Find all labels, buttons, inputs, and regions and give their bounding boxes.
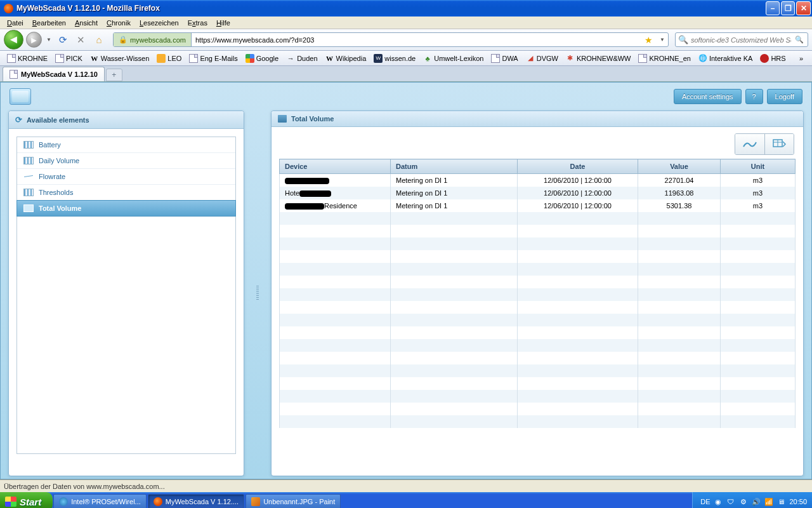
menu-chronik[interactable]: Chronik bbox=[102, 18, 135, 28]
table-row[interactable]: ResidenceMetering on DI 112/06/2010 | 12… bbox=[280, 199, 796, 212]
bookmark-wissen-de[interactable]: Wwissen.de bbox=[370, 53, 419, 64]
refresh-icon[interactable]: ⟳ bbox=[15, 115, 22, 124]
url-text: https://www.mywebscada.com/?d=203 bbox=[192, 36, 641, 44]
bookmark-interaktive-ka[interactable]: 🌐Interaktive KA bbox=[695, 53, 756, 64]
search-input[interactable] bbox=[691, 36, 791, 44]
tab-mywebscada[interactable]: MyWebScada V 1.12.10 bbox=[3, 67, 105, 81]
table-row[interactable]: HoteMetering on DI 112/06/2010 | 12:00:0… bbox=[280, 187, 796, 199]
search-go-button[interactable]: 🔍 bbox=[791, 36, 808, 44]
bookmark-star-icon[interactable]: ★ bbox=[641, 35, 657, 45]
data-table: Device Datum Date Value Unit Metering on… bbox=[279, 159, 796, 428]
volume-icon[interactable]: 🔊 bbox=[751, 497, 761, 507]
table-row-empty bbox=[280, 352, 796, 364]
site-identity-badge[interactable]: 🔒 mywebscada.com bbox=[114, 33, 192, 46]
wifi-icon[interactable]: 📶 bbox=[764, 497, 773, 507]
clock[interactable]: 20:50 bbox=[789, 498, 807, 505]
bookmark-wikipedia[interactable]: WWikipedia bbox=[322, 53, 370, 64]
bookmark-umwelt-lexikon[interactable]: ♣Umwelt-Lexikon bbox=[420, 53, 487, 64]
sidebar-item-daily-volume[interactable]: Daily Volume bbox=[17, 153, 235, 169]
bookmark-krohne[interactable]: KROHNE bbox=[4, 53, 51, 64]
sidebar-item-thresholds[interactable]: Thresholds bbox=[17, 185, 235, 201]
tray-icon-3[interactable]: ⚙ bbox=[738, 497, 748, 507]
intel-icon bbox=[59, 497, 68, 506]
table-view-button[interactable] bbox=[764, 134, 794, 154]
firefox-icon bbox=[154, 497, 162, 506]
menu-datei[interactable]: Datei bbox=[3, 18, 28, 28]
account-settings-button[interactable]: Account settings bbox=[674, 89, 742, 104]
home-button[interactable]: ⌂ bbox=[91, 32, 107, 48]
bookmarks-overflow[interactable]: » bbox=[794, 55, 808, 62]
bookmark-krohne-en[interactable]: KROHNE_en bbox=[635, 53, 693, 64]
menu-hilfe[interactable]: Hilfe bbox=[212, 18, 235, 28]
start-label: Start bbox=[20, 497, 41, 507]
table-row-empty bbox=[280, 377, 796, 390]
table-row-empty bbox=[280, 288, 796, 301]
bookmark-dwa[interactable]: DWA bbox=[488, 53, 521, 64]
table-row-empty bbox=[280, 250, 796, 263]
col-date[interactable]: Date bbox=[518, 159, 638, 174]
menu-ansicht[interactable]: Ansicht bbox=[70, 18, 102, 28]
shield-icon[interactable]: 🛡 bbox=[726, 497, 735, 507]
bookmark-eng-emails[interactable]: Eng E-Mails bbox=[186, 53, 240, 64]
url-dropdown[interactable]: ▼ bbox=[657, 37, 668, 43]
search-engine-icon[interactable]: 🔍 bbox=[676, 35, 691, 44]
sidebar-item-battery[interactable]: Battery bbox=[17, 137, 235, 153]
start-button[interactable]: Start bbox=[0, 492, 53, 508]
help-button[interactable]: ? bbox=[745, 89, 763, 104]
menu-extras[interactable]: Extras bbox=[183, 18, 212, 28]
bookmarks-bar: KROHNE PICK WWasser-Wissen LEO Eng E-Mai… bbox=[0, 51, 812, 66]
task-mywebscada[interactable]: MyWebScada V 1.12.... bbox=[148, 494, 244, 508]
windows-taskbar: Start Intel® PROSet/Wirel... MyWebScada … bbox=[0, 492, 812, 508]
page-icon bbox=[7, 54, 16, 63]
cell-value: 11963.08 bbox=[638, 187, 721, 199]
logoff-button[interactable]: Logoff bbox=[767, 89, 802, 104]
history-dropdown[interactable]: ▼ bbox=[44, 37, 53, 43]
close-button[interactable]: ✕ bbox=[796, 1, 811, 15]
menu-lesezeichen[interactable]: Lesezeichen bbox=[135, 18, 183, 28]
language-indicator[interactable]: DE bbox=[700, 498, 710, 505]
bookmark-krohneww[interactable]: ✱KROHNEW&WW bbox=[563, 53, 634, 64]
url-bar[interactable]: 🔒 mywebscada.com https://www.mywebscada.… bbox=[113, 32, 669, 47]
sidebar-item-total-volume[interactable]: Total Volume bbox=[16, 200, 236, 217]
monitor-icon[interactable]: 🖥 bbox=[776, 497, 786, 507]
col-datum[interactable]: Datum bbox=[391, 159, 518, 174]
bookmark-hrs[interactable]: HRS bbox=[757, 53, 789, 64]
tray-icon-1[interactable]: ◉ bbox=[713, 497, 723, 507]
bookmark-dvgw[interactable]: ◢DVGW bbox=[523, 53, 561, 64]
dvgw-icon: ◢ bbox=[526, 54, 535, 63]
panel-splitter[interactable] bbox=[256, 110, 259, 476]
sidebar-list: Battery Daily Volume Flowrate Thresholds… bbox=[16, 137, 236, 454]
umwelt-icon: ♣ bbox=[423, 54, 432, 63]
bookmark-google[interactable]: Google bbox=[242, 53, 282, 64]
minimize-button[interactable]: – bbox=[766, 1, 780, 15]
bookmark-pick[interactable]: PICK bbox=[52, 53, 86, 64]
forward-button[interactable]: ► bbox=[26, 32, 42, 48]
menu-bearbeiten[interactable]: Bearbeiten bbox=[28, 18, 70, 28]
col-unit[interactable]: Unit bbox=[721, 159, 796, 174]
search-bar[interactable]: 🔍 🔍 bbox=[675, 32, 808, 47]
table-row[interactable]: Metering on DI 112/06/2010 | 12:00:00227… bbox=[280, 174, 796, 187]
cell-datum: Metering on DI 1 bbox=[391, 199, 518, 212]
wissen-icon: W bbox=[374, 54, 383, 63]
table-row-empty bbox=[280, 237, 796, 250]
new-tab-button[interactable]: + bbox=[106, 69, 122, 81]
windows-logo-icon bbox=[5, 497, 16, 507]
sidebar-item-flowrate[interactable]: Flowrate bbox=[17, 169, 235, 185]
cell-date: 12/06/2010 | 12:00:00 bbox=[518, 187, 638, 199]
line-icon bbox=[742, 139, 757, 149]
reload-button[interactable]: ⟳ bbox=[56, 32, 71, 48]
bookmark-duden[interactable]: →Duden bbox=[283, 53, 320, 64]
nav-toolbar: ◄ ► ▼ ⟳ ✕ ⌂ 🔒 mywebscada.com https://www… bbox=[0, 29, 812, 51]
cell-device: Hote bbox=[280, 187, 391, 199]
stop-button[interactable]: ✕ bbox=[74, 32, 89, 48]
back-button[interactable]: ◄ bbox=[4, 30, 23, 50]
chart-view-button[interactable] bbox=[735, 134, 764, 154]
task-intel-proset[interactable]: Intel® PROSet/Wirel... bbox=[53, 494, 147, 508]
page-icon bbox=[55, 54, 64, 63]
col-value[interactable]: Value bbox=[638, 159, 721, 174]
bookmark-wasser-wissen[interactable]: WWasser-Wissen bbox=[87, 53, 153, 64]
task-paint[interactable]: Unbenannt.JPG - Paint bbox=[246, 494, 341, 508]
bookmark-leo[interactable]: LEO bbox=[154, 53, 185, 64]
maximize-button[interactable]: ❐ bbox=[781, 1, 795, 15]
col-device[interactable]: Device bbox=[280, 159, 391, 174]
